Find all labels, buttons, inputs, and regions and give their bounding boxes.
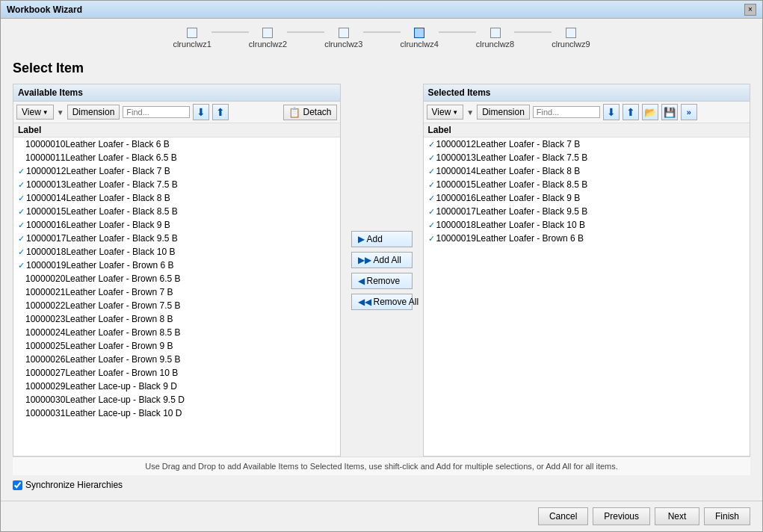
selected-find-input[interactable] bbox=[533, 106, 600, 118]
detach-icon: 📋 bbox=[288, 107, 300, 118]
selected-list-item[interactable]: 10000018Leather Loafer - Black 10 B bbox=[424, 218, 750, 232]
step-label-2: clrunclwz2 bbox=[249, 40, 287, 49]
selected-arrow-up-icon: ⬆ bbox=[626, 106, 635, 118]
available-panel-header: Available Items bbox=[13, 84, 340, 102]
selected-list-item[interactable]: 10000014Leather Loafer - Black 8 B bbox=[424, 164, 750, 178]
selected-save-button[interactable]: 💾 bbox=[661, 104, 678, 120]
add-button[interactable]: ▶ Add bbox=[351, 231, 413, 247]
window-title: Workbook Wizard bbox=[7, 4, 82, 15]
wizard-step-4: clrunclwz4 bbox=[401, 28, 439, 49]
dimension-label: Dimension bbox=[72, 107, 115, 117]
selected-list-item[interactable]: 10000015Leather Loafer - Black 8.5 B bbox=[424, 178, 750, 191]
remove-all-button[interactable]: ◀◀ Remove All bbox=[351, 294, 413, 310]
available-list-item[interactable]: 10000023Leather Loafer - Brown 8 B bbox=[13, 312, 340, 326]
available-list-item[interactable]: 10000011Leather Loafer - Black 6.5 B bbox=[13, 151, 340, 164]
previous-button[interactable]: Previous bbox=[593, 507, 650, 525]
available-list-item[interactable]: 10000020Leather Loafer - Brown 6.5 B bbox=[13, 272, 340, 285]
available-list-item[interactable]: 10000029Leather Lace-up - Black 9 D bbox=[13, 380, 340, 393]
add-all-button[interactable]: ▶▶ Add All bbox=[351, 252, 413, 268]
selected-arrow-up-button[interactable]: ⬆ bbox=[623, 104, 639, 120]
add-arrow-icon: ▶ bbox=[358, 234, 365, 244]
step-circle-6 bbox=[566, 28, 576, 38]
more-icon: » bbox=[687, 108, 691, 117]
selected-folder-button[interactable]: 📂 bbox=[642, 104, 658, 120]
available-list-item[interactable]: 10000015Leather Loafer - Black 8.5 B bbox=[13, 205, 340, 218]
step-label-1: clrunclwz1 bbox=[173, 40, 211, 49]
panels-row: Available Items View ▼ ▼ Dimension ⬇ bbox=[13, 84, 750, 457]
available-list-item[interactable]: 10000025Leather Loafer - Brown 9 B bbox=[13, 339, 340, 353]
available-dimension-button[interactable]: Dimension bbox=[67, 105, 120, 120]
selected-list-area[interactable]: 10000012Leather Loafer - Black 7 B100000… bbox=[424, 137, 750, 456]
page-title: Select Item bbox=[13, 61, 750, 76]
available-arrow-up-button[interactable]: ⬆ bbox=[212, 104, 229, 120]
selected-chevron-down-icon: ▼ bbox=[452, 109, 458, 116]
available-list-item[interactable]: 10000022Leather Loafer - Brown 7.5 B bbox=[13, 299, 340, 312]
close-button[interactable]: × bbox=[744, 4, 756, 16]
add-all-arrow-icon: ▶▶ bbox=[358, 255, 371, 265]
wizard-step-6: clrunclwz9 bbox=[552, 28, 590, 49]
selected-dimension-label: Dimension bbox=[482, 107, 525, 117]
step-label-6: clrunclwz9 bbox=[552, 40, 590, 49]
available-list-item[interactable]: 10000017Leather Loafer - Black 9.5 B bbox=[13, 232, 340, 245]
sync-hierarchies-label[interactable]: Synchronize Hierarchies bbox=[25, 480, 123, 490]
available-find-input[interactable] bbox=[123, 106, 190, 118]
available-list-item[interactable]: 10000016Leather Loafer - Black 9 B bbox=[13, 218, 340, 232]
available-list-header: Label bbox=[13, 123, 340, 137]
chevron-down-icon: ▼ bbox=[43, 109, 49, 116]
detach-label: Detach bbox=[303, 107, 331, 117]
available-list-item[interactable]: 10000019Leather Loafer - Brown 6 B bbox=[13, 259, 340, 272]
selected-view-label: View bbox=[432, 107, 451, 117]
finish-button[interactable]: Finish bbox=[704, 507, 750, 525]
available-list-item[interactable]: 10000013Leather Loafer - Black 7.5 B bbox=[13, 178, 340, 191]
selected-list-item[interactable]: 10000019Leather Loafer - Brown 6 B bbox=[424, 232, 750, 245]
save-icon: 💾 bbox=[664, 107, 676, 118]
wizard-step-1: clrunclwz1 bbox=[173, 28, 211, 49]
selected-list-item[interactable]: 10000017Leather Loafer - Black 9.5 B bbox=[424, 205, 750, 218]
selected-arrow-down-button[interactable]: ⬇ bbox=[603, 104, 620, 120]
selected-list-item[interactable]: 10000013Leather Loafer - Black 7.5 B bbox=[424, 151, 750, 164]
available-list-item[interactable]: 10000012Leather Loafer - Black 7 B bbox=[13, 164, 340, 178]
available-list-item[interactable]: 10000030Leather Lace-up - Black 9.5 D bbox=[13, 393, 340, 406]
folder-open-icon: 📂 bbox=[644, 107, 656, 118]
sync-hierarchies-checkbox[interactable] bbox=[13, 480, 22, 490]
selected-list-item[interactable]: 10000012Leather Loafer - Black 7 B bbox=[424, 137, 750, 151]
selected-toolbar: View ▼ ▼ Dimension ⬇ ⬆ 📂 bbox=[424, 102, 750, 123]
detach-button[interactable]: 📋 Detach bbox=[283, 105, 336, 120]
available-list-item[interactable]: 10000018Leather Loafer - Black 10 B bbox=[13, 245, 340, 259]
selected-view-button[interactable]: View ▼ bbox=[427, 105, 464, 120]
available-list-item[interactable]: 10000031Leather Lace-up - Black 10 D bbox=[13, 406, 340, 420]
available-list-item[interactable]: 10000027Leather Loafer - Brown 10 B bbox=[13, 366, 340, 380]
selected-dimension-button[interactable]: Dimension bbox=[477, 105, 530, 120]
available-items-panel: Available Items View ▼ ▼ Dimension ⬇ bbox=[13, 84, 341, 457]
title-bar: Workbook Wizard × bbox=[1, 1, 762, 19]
step-connector-4 bbox=[439, 31, 476, 33]
step-connector-1 bbox=[211, 31, 249, 33]
available-view-button[interactable]: View ▼ bbox=[16, 105, 54, 120]
selected-more-button[interactable]: » bbox=[681, 104, 697, 120]
footer: Cancel Previous Next Finish bbox=[1, 501, 762, 531]
chevron-down-icon-2: ▼ bbox=[57, 108, 64, 117]
step-circle-4 bbox=[414, 28, 424, 38]
available-arrow-down-button[interactable]: ⬇ bbox=[193, 104, 209, 120]
available-list-item[interactable]: 10000024Leather Loafer - Brown 8.5 B bbox=[13, 326, 340, 339]
cancel-button[interactable]: Cancel bbox=[538, 507, 588, 525]
middle-actions-panel: ▶ Add ▶▶ Add All ◀ Remove ◀◀ Remove All bbox=[348, 84, 416, 457]
remove-button[interactable]: ◀ Remove bbox=[351, 273, 413, 289]
available-list-area[interactable]: 10000010Leather Loafer - Black 6 B100000… bbox=[13, 137, 340, 456]
workbook-wizard-window: Workbook Wizard × clrunclwz1 clrunclwz2 … bbox=[0, 0, 763, 532]
available-list-item[interactable]: 10000021Leather Loafer - Brown 7 B bbox=[13, 285, 340, 299]
available-list-item[interactable]: 10000014Leather Loafer - Black 8 B bbox=[13, 191, 340, 205]
available-list-item[interactable]: 10000026Leather Loafer - Brown 9.5 B bbox=[13, 353, 340, 366]
step-connector-5 bbox=[514, 31, 552, 33]
remove-all-arrow-icon: ◀◀ bbox=[358, 297, 371, 307]
selected-list-item[interactable]: 10000016Leather Loafer - Black 9 B bbox=[424, 191, 750, 205]
add-label: Add bbox=[367, 234, 383, 244]
step-circle-1 bbox=[187, 28, 197, 38]
available-list-item[interactable]: 10000010Leather Loafer - Black 6 B bbox=[13, 137, 340, 151]
next-button[interactable]: Next bbox=[655, 507, 699, 525]
sync-hierarchies-row: Synchronize Hierarchies bbox=[13, 475, 750, 495]
selected-items-panel: Selected Items View ▼ ▼ Dimension ⬇ bbox=[423, 84, 751, 457]
step-label-3: clrunclwz3 bbox=[324, 40, 362, 49]
view-label: View bbox=[22, 107, 41, 117]
selected-list-header: Label bbox=[424, 123, 750, 137]
